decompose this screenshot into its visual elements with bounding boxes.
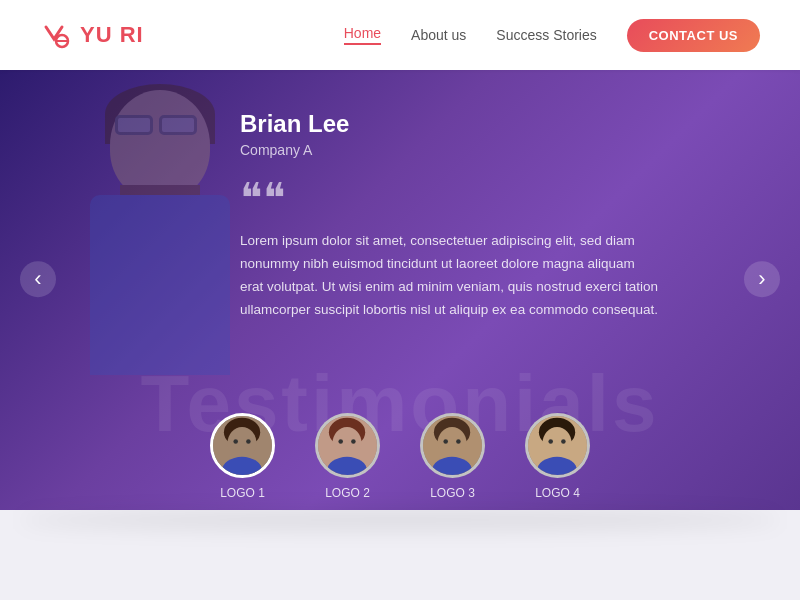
testimonial-section: Testimonials ‹ › Brian Lee Company A ❝❝ … xyxy=(0,70,800,510)
quote-marks: ❝❝ xyxy=(240,178,740,220)
avatar-label-3: LOGO 3 xyxy=(430,486,475,500)
svg-point-18 xyxy=(456,439,461,444)
person-body-art xyxy=(90,195,230,375)
avatar-circle-2 xyxy=(315,413,380,478)
testimonial-company: Company A xyxy=(240,142,740,158)
chevron-right-icon: › xyxy=(758,266,765,292)
nav-home[interactable]: Home xyxy=(344,25,381,45)
bottom-shadow xyxy=(0,510,800,600)
person-head-art xyxy=(110,90,210,200)
svg-point-16 xyxy=(438,427,467,460)
svg-point-4 xyxy=(228,427,257,460)
svg-point-5 xyxy=(233,439,238,444)
svg-point-12 xyxy=(351,439,356,444)
svg-point-11 xyxy=(338,439,343,444)
nav-about[interactable]: About us xyxy=(411,27,466,43)
avatar-circle-3 xyxy=(420,413,485,478)
avatar-label-1: LOGO 1 xyxy=(220,486,265,500)
logo: YU RI xyxy=(40,19,144,51)
testimonial-text: Lorem ipsum dolor sit amet, consectetuer… xyxy=(240,230,660,322)
avatar-label-4: LOGO 4 xyxy=(535,486,580,500)
testimonial-content: Brian Lee Company A ❝❝ Lorem ipsum dolor… xyxy=(240,110,740,322)
avatar-circle-1 xyxy=(210,413,275,478)
avatar-item-1[interactable]: LOGO 1 xyxy=(210,413,275,500)
testimonial-name: Brian Lee xyxy=(240,110,740,138)
avatar-item-2[interactable]: LOGO 2 xyxy=(315,413,380,500)
svg-point-24 xyxy=(561,439,566,444)
header: YU RI Home About us Success Stories CONT… xyxy=(0,0,800,70)
logo-icon xyxy=(40,19,72,51)
svg-point-10 xyxy=(333,427,362,460)
svg-point-17 xyxy=(443,439,448,444)
contact-us-button[interactable]: CONTACT US xyxy=(627,19,760,52)
avatar-item-4[interactable]: LOGO 4 xyxy=(525,413,590,500)
logo-text: YU RI xyxy=(80,22,144,48)
avatars-container: LOGO 1LOGO 2LOGO 3LOGO 4 xyxy=(210,413,590,500)
svg-point-23 xyxy=(548,439,553,444)
svg-point-22 xyxy=(543,427,572,460)
person-glasses-art xyxy=(115,115,205,135)
avatar-label-2: LOGO 2 xyxy=(325,486,370,500)
avatars-row: LOGO 1LOGO 2LOGO 3LOGO 4 xyxy=(0,413,800,500)
svg-point-6 xyxy=(246,439,251,444)
avatar-item-3[interactable]: LOGO 3 xyxy=(420,413,485,500)
nav-stories[interactable]: Success Stories xyxy=(496,27,596,43)
next-arrow-button[interactable]: › xyxy=(744,261,780,297)
chevron-left-icon: ‹ xyxy=(34,266,41,292)
prev-arrow-button[interactable]: ‹ xyxy=(20,261,56,297)
avatar-circle-4 xyxy=(525,413,590,478)
main-nav: Home About us Success Stories CONTACT US xyxy=(344,19,760,52)
